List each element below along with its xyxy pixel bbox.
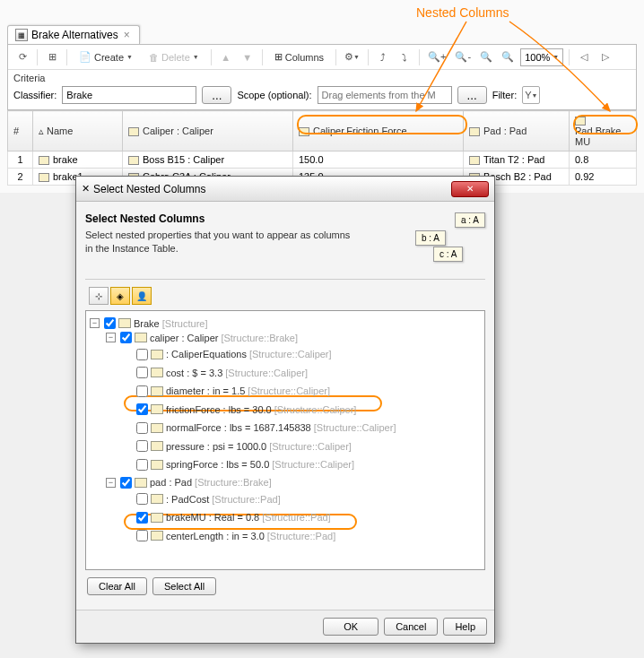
columns-button[interactable]: ⊞ Columns: [268, 48, 330, 66]
criteria-row: Classifier: ... Scope (optional): ... Fi…: [8, 83, 636, 109]
scope-label: Scope (optional):: [237, 90, 311, 100]
tree-node-caliper-equations[interactable]: : CaliperEquations [Structure::Caliper]: [122, 349, 332, 360]
filter-label: Filter:: [492, 90, 518, 100]
checkbox: [136, 530, 148, 541]
annotation-label: Nested Columns: [416, 5, 509, 20]
dialog-heading: Select Nested Columns: [85, 212, 354, 225]
up-button[interactable]: ▲: [217, 48, 235, 66]
col-friction-force[interactable]: Caliper.Friction Force: [293, 111, 464, 152]
import-button[interactable]: ⤵: [396, 48, 413, 66]
collapse-icon: −: [90, 318, 100, 328]
options-button[interactable]: ⚙▼: [342, 48, 362, 66]
tree-node-pressure[interactable]: pressure : psi = 1000.0 [Structure::Cali…: [122, 440, 352, 452]
tree-node-centerlength[interactable]: centerLength : in = 3.0 [Structure::Pad]: [122, 530, 335, 541]
checkbox: [120, 332, 132, 343]
create-button[interactable]: 📄 Create ▼: [73, 48, 139, 66]
help-button[interactable]: Help: [443, 618, 487, 636]
classifier-label: Classifier:: [13, 90, 57, 100]
tree-node-normal-force[interactable]: normalForce : lbs = 1687.145838 [Structu…: [122, 422, 396, 434]
dialog-close-button[interactable]: ✕: [451, 181, 489, 197]
select-all-button[interactable]: Select All: [152, 577, 216, 595]
tree-container[interactable]: −Brake [Structure] −caliper : Caliper [S…: [85, 310, 485, 570]
dialog-titlebar[interactable]: ✕ Select Nested Columns ✕: [76, 177, 494, 202]
grid-icon: ▦: [15, 29, 28, 41]
refresh-button[interactable]: ⟳: [13, 48, 31, 66]
checkbox: [136, 493, 148, 505]
select-nested-columns-dialog: ✕ Select Nested Columns ✕ Select Nested …: [75, 176, 495, 644]
instance-table: # ▵ Name Caliper : Caliper Caliper.Frict…: [7, 110, 637, 186]
checkbox: [136, 385, 148, 397]
dialog-title: Select Nested Columns: [90, 183, 451, 195]
col-name[interactable]: ▵ Name: [33, 111, 123, 152]
expand-button[interactable]: ⊞: [43, 48, 61, 66]
tree-node-brake[interactable]: −Brake [Structure]: [90, 317, 208, 329]
mode-expand-button[interactable]: ⊹: [89, 287, 109, 305]
tab-brake-alternatives[interactable]: ▦ Brake Alternatives ×: [7, 25, 140, 44]
tree-node-spring-force[interactable]: springForce : lbs = 50.0 [Structure::Cal…: [122, 459, 354, 471]
zoom-in-button[interactable]: 🔍+: [425, 48, 448, 66]
nav-prev-button[interactable]: ◁: [575, 48, 593, 66]
checkbox: [120, 477, 132, 489]
tree-node-caliper[interactable]: −caliper : Caliper [Structure::Brake]: [106, 332, 298, 343]
close-icon[interactable]: ×: [122, 29, 132, 41]
zoom-fit-button[interactable]: 🔍: [477, 48, 495, 66]
tree-node-cost[interactable]: cost : $ = 3.3 [Structure::Caliper]: [122, 367, 308, 378]
nav-next-button[interactable]: ▷: [596, 48, 614, 66]
checkbox: [136, 367, 148, 378]
delete-button[interactable]: 🗑 Delete ▼: [143, 48, 205, 66]
zoom-reset-button[interactable]: 🔍: [499, 48, 517, 66]
main-toolbar: ⟳ ⊞ 📄 Create ▼ 🗑 Delete ▼ ▲ ▼ ⊞ Columns …: [8, 45, 636, 70]
checkbox: [136, 459, 148, 471]
col-brake-mu[interactable]: Pad.Brake MU: [570, 111, 637, 152]
tree-node-friction-force[interactable]: frictionForce : lbs = 30.0 [Structure::C…: [122, 403, 356, 415]
col-num[interactable]: #: [8, 111, 33, 152]
export-button[interactable]: ⤴: [374, 48, 392, 66]
down-button[interactable]: ▼: [239, 48, 257, 66]
cancel-button[interactable]: Cancel: [384, 618, 438, 636]
checkbox: [136, 422, 148, 434]
clear-all-button[interactable]: Clear All: [87, 577, 147, 595]
mode-lock-button[interactable]: 👤: [132, 287, 152, 305]
filter-button[interactable]: Y▼: [522, 86, 540, 104]
zoom-out-button[interactable]: 🔍-: [452, 48, 474, 66]
tree-node-diameter[interactable]: diameter : in = 1.5 [Structure::Caliper]: [122, 385, 330, 397]
col-pad[interactable]: Pad : Pad: [464, 111, 570, 152]
classifier-browse-button[interactable]: ...: [202, 86, 231, 104]
classifier-input[interactable]: [62, 86, 196, 104]
checkbox: [136, 440, 148, 452]
collapse-icon: −: [106, 478, 116, 488]
col-caliper[interactable]: Caliper : Caliper: [123, 111, 293, 152]
criteria-section-label: Criteria: [8, 70, 636, 83]
tree-node-brakemu[interactable]: brakeMU : Real = 0.8 [Structure::Pad]: [122, 512, 331, 524]
dialog-subtitle: Select nested properties that you want t…: [85, 229, 354, 256]
table-row[interactable]: 1 brake Boss B15 : Caliper 150.0 Titan T…: [8, 152, 637, 169]
tree-node-pad[interactable]: −pad : Pad [Structure::Brake]: [106, 477, 272, 489]
checkbox: [104, 317, 116, 329]
mode-tree-button[interactable]: ◈: [110, 287, 130, 305]
tab-title: Brake Alternatives: [31, 29, 118, 41]
checkbox: [136, 403, 148, 415]
collapse-icon: −: [106, 333, 116, 342]
app-icon: ✕: [82, 183, 90, 195]
zoom-level[interactable]: 100% ▼: [520, 48, 563, 66]
tree-node-padcost[interactable]: : PadCost [Structure::Pad]: [122, 493, 281, 505]
scope-browse-button[interactable]: ...: [457, 86, 487, 104]
checkbox: [136, 349, 148, 360]
scope-input[interactable]: [318, 86, 452, 104]
ok-button[interactable]: OK: [323, 618, 379, 636]
nested-illustration: a : A b : A c : A: [413, 212, 485, 266]
checkbox: [136, 512, 148, 524]
